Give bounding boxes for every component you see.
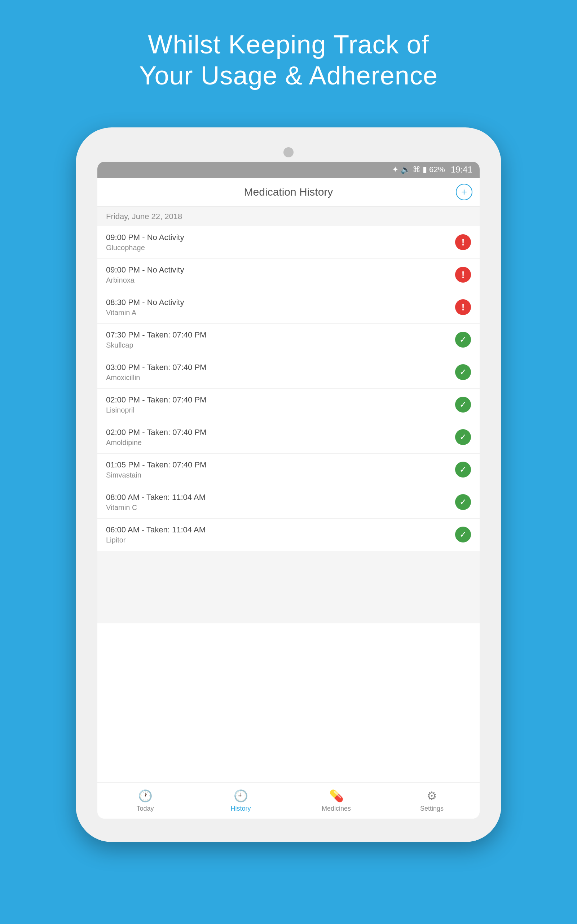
med-time-status: 03:00 PM - Taken: 07:40 PM — [106, 363, 206, 372]
status-icon-taken: ✓ — [455, 397, 471, 412]
med-item-info: 09:00 PM - No ActivityGlucophage — [106, 233, 184, 252]
pill-icon: 💊 — [329, 789, 344, 803]
headline-line2: Your Usage & Adherence — [139, 60, 438, 91]
headline: Whilst Keeping Track of Your Usage & Adh… — [103, 29, 474, 91]
status-icon-no-activity: ! — [455, 299, 471, 315]
battery-icon: ▮ — [423, 165, 427, 174]
status-icon-no-activity: ! — [455, 267, 471, 283]
medication-list: 09:00 PM - No ActivityGlucophage!09:00 P… — [97, 226, 480, 551]
table-row[interactable]: 01:05 PM - Taken: 07:40 PMSimvastain✓ — [97, 454, 480, 486]
app-bar: Medication History + — [97, 178, 480, 207]
table-row[interactable]: 06:00 AM - Taken: 11:04 AMLipitor✓ — [97, 519, 480, 551]
med-name: Arbinoxa — [106, 276, 184, 284]
add-icon: + — [461, 186, 467, 198]
nav-item-settings[interactable]: ⚙ Settings — [384, 783, 480, 819]
camera-dot — [284, 147, 293, 157]
mute-icon: 🔈 — [401, 165, 410, 174]
device-frame: ✦ 🔈 ⌘ ▮ 62% 19:41 Medication History + F… — [76, 128, 501, 842]
med-name: Lisinopril — [106, 406, 206, 414]
status-icon-taken: ✓ — [455, 364, 471, 380]
battery-percent: 62% — [429, 165, 445, 174]
status-icon-taken: ✓ — [455, 527, 471, 543]
med-time-status: 09:00 PM - No Activity — [106, 233, 184, 242]
med-name: Vitamin C — [106, 504, 206, 512]
table-row[interactable]: 09:00 PM - No ActivityGlucophage! — [97, 226, 480, 259]
table-row[interactable]: 08:00 AM - Taken: 11:04 AMVitamin C✓ — [97, 486, 480, 519]
med-time-status: 08:00 AM - Taken: 11:04 AM — [106, 493, 206, 502]
content-area: Friday, June 22, 2018 09:00 PM - No Acti… — [97, 207, 480, 782]
history-icon: 🕘 — [234, 789, 248, 803]
med-item-info: 09:00 PM - No ActivityArbinoxa — [106, 265, 184, 284]
status-bar: ✦ 🔈 ⌘ ▮ 62% 19:41 — [97, 162, 480, 178]
med-name: Glucophage — [106, 244, 184, 252]
headline-line1: Whilst Keeping Track of — [139, 29, 438, 60]
status-icon-taken: ✓ — [455, 462, 471, 478]
table-row[interactable]: 07:30 PM - Taken: 07:40 PMSkullcap✓ — [97, 324, 480, 356]
med-item-info: 06:00 AM - Taken: 11:04 AMLipitor — [106, 525, 206, 544]
spacer — [97, 551, 480, 624]
med-item-info: 02:00 PM - Taken: 07:40 PMAmoldipine — [106, 428, 206, 447]
nav-item-medicines[interactable]: 💊 Medicines — [288, 783, 384, 819]
med-item-info: 08:30 PM - No ActivityVitamin A — [106, 298, 184, 317]
med-time-status: 09:00 PM - No Activity — [106, 265, 184, 275]
table-row[interactable]: 09:00 PM - No ActivityArbinoxa! — [97, 259, 480, 291]
med-name: Simvastain — [106, 471, 206, 479]
status-icon-no-activity: ! — [455, 234, 471, 250]
med-item-info: 03:00 PM - Taken: 07:40 PMAmoxicillin — [106, 363, 206, 382]
status-icon-taken: ✓ — [455, 429, 471, 445]
table-row[interactable]: 02:00 PM - Taken: 07:40 PMLisinopril✓ — [97, 389, 480, 421]
nav-label-settings: Settings — [420, 805, 443, 813]
med-item-info: 01:05 PM - Taken: 07:40 PMSimvastain — [106, 460, 206, 479]
table-row[interactable]: 03:00 PM - Taken: 07:40 PMAmoxicillin✓ — [97, 356, 480, 389]
nav-label-today: Today — [136, 805, 154, 813]
med-name: Lipitor — [106, 536, 206, 544]
med-time-status: 02:00 PM - Taken: 07:40 PM — [106, 395, 206, 405]
clock-icon: 🕐 — [138, 789, 153, 803]
date-header: Friday, June 22, 2018 — [97, 207, 480, 226]
med-item-info: 08:00 AM - Taken: 11:04 AMVitamin C — [106, 493, 206, 512]
app-bar-title: Medication History — [244, 186, 333, 198]
med-item-info: 07:30 PM - Taken: 07:40 PMSkullcap — [106, 330, 206, 349]
gear-icon: ⚙ — [427, 789, 437, 803]
bottom-nav: 🕐 Today 🕘 History 💊 Medicines ⚙ Settings — [97, 782, 480, 819]
status-icons: ✦ 🔈 ⌘ ▮ 62% — [392, 165, 445, 174]
status-time: 19:41 — [451, 165, 472, 175]
bluetooth-icon: ✦ — [392, 165, 398, 174]
status-icon-taken: ✓ — [455, 494, 471, 510]
med-name: Vitamin A — [106, 309, 184, 317]
med-time-status: 02:00 PM - Taken: 07:40 PM — [106, 428, 206, 437]
med-time-status: 08:30 PM - No Activity — [106, 298, 184, 307]
med-name: Amoxicillin — [106, 373, 206, 382]
med-time-status: 06:00 AM - Taken: 11:04 AM — [106, 525, 206, 535]
wifi-icon: ⌘ — [413, 165, 421, 174]
med-time-status: 01:05 PM - Taken: 07:40 PM — [106, 460, 206, 470]
phone-screen: ✦ 🔈 ⌘ ▮ 62% 19:41 Medication History + F… — [97, 162, 480, 819]
med-name: Skullcap — [106, 341, 206, 349]
table-row[interactable]: 08:30 PM - No ActivityVitamin A! — [97, 291, 480, 324]
add-button[interactable]: + — [456, 184, 472, 200]
med-name: Amoldipine — [106, 439, 206, 447]
nav-item-history[interactable]: 🕘 History — [193, 783, 288, 819]
table-row[interactable]: 02:00 PM - Taken: 07:40 PMAmoldipine✓ — [97, 421, 480, 454]
med-item-info: 02:00 PM - Taken: 07:40 PMLisinopril — [106, 395, 206, 414]
med-time-status: 07:30 PM - Taken: 07:40 PM — [106, 330, 206, 340]
nav-label-history: History — [230, 805, 251, 813]
nav-label-medicines: Medicines — [322, 805, 351, 813]
status-icon-taken: ✓ — [455, 332, 471, 347]
nav-item-today[interactable]: 🕐 Today — [97, 783, 193, 819]
